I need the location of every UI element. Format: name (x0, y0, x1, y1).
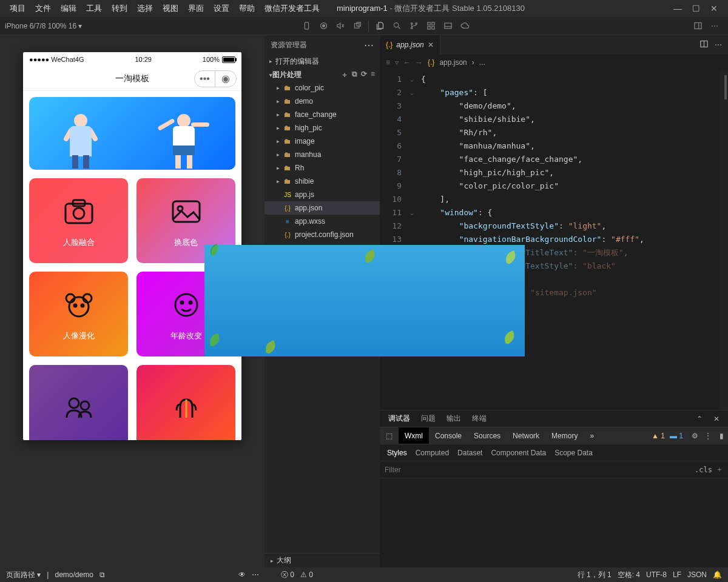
crumb-file[interactable]: app.json (439, 58, 467, 67)
close-panel-icon[interactable]: ✕ (713, 415, 720, 423)
cursor-position[interactable]: 行 1，列 1 (578, 570, 612, 580)
language-mode[interactable]: JSON (687, 570, 707, 579)
menu-view[interactable]: 视图 (158, 3, 183, 14)
menu-edit[interactable]: 编辑 (56, 3, 81, 14)
dbg-tab-output[interactable]: 输出 (447, 413, 461, 424)
outline-section[interactable]: ▸大纲 (265, 553, 380, 567)
computed-tab[interactable]: Computed (416, 449, 449, 457)
dock-icon[interactable]: ▮ (715, 432, 728, 440)
error-count[interactable]: ⓧ 0 (281, 570, 294, 580)
file-app-json[interactable]: {.}app.json (265, 201, 380, 215)
collapse-icon[interactable]: ≡ (371, 70, 375, 80)
nav-fwd-icon[interactable]: → (416, 58, 423, 67)
devtool-wxml[interactable]: Wxml (399, 427, 429, 444)
files-icon[interactable] (371, 20, 388, 32)
menu-wxdev[interactable]: 微信开发者工具 (260, 3, 325, 14)
card-cartoon[interactable]: 人像漫化 (29, 272, 128, 356)
project-root[interactable]: ▾图片处理 ＋⧉⟳≡ (265, 68, 380, 81)
encoding[interactable]: UTF-8 (646, 570, 667, 579)
add-style-icon[interactable]: ＋ (716, 464, 723, 475)
capsule-close-icon[interactable]: ◉ (215, 71, 236, 87)
scope-data-tab[interactable]: Scope Data (554, 449, 593, 457)
menu-tools[interactable]: 工具 (81, 3, 107, 14)
minimap[interactable] (720, 70, 728, 410)
menu-project[interactable]: 项目 (5, 3, 30, 14)
menu-icon[interactable]: ≡ (386, 58, 390, 67)
status-more-icon[interactable]: ⋯ (252, 570, 259, 579)
file-app-js[interactable]: JSapp.js (265, 188, 380, 201)
eol[interactable]: LF (673, 570, 681, 579)
card-5[interactable] (29, 365, 128, 440)
panel-icon[interactable] (439, 20, 456, 32)
menu-ui[interactable]: 界面 (183, 3, 209, 14)
cls-toggle[interactable]: .cls (691, 466, 716, 474)
dbg-tab-terminal[interactable]: 终端 (472, 413, 487, 424)
nav-back-icon[interactable]: ← (403, 58, 411, 67)
hero-banner[interactable] (29, 97, 235, 170)
card-face-merge[interactable]: 人脸融合 (29, 178, 128, 263)
file-project-config-json[interactable]: {.}project.config.json (265, 228, 380, 241)
folder-high_pic[interactable]: ▸🖿high_pic (265, 121, 380, 135)
folder-Rh[interactable]: ▸🖿Rh (265, 161, 380, 175)
style-filter-input[interactable] (385, 466, 691, 474)
devtool-console[interactable]: Console (429, 427, 468, 444)
new-file-icon[interactable]: ＋ (341, 70, 348, 80)
cloud-icon[interactable] (456, 20, 473, 32)
device-selector[interactable]: iPhone 6/7/8 100% 16 ▾ (5, 22, 82, 30)
search-icon[interactable] (388, 20, 405, 32)
devtool-network[interactable]: Network (507, 427, 545, 444)
info-badge[interactable]: ▬ 1 (670, 432, 683, 440)
dbg-tab-problems[interactable]: 问题 (421, 413, 436, 424)
detach-icon[interactable] (349, 20, 366, 32)
gear-icon[interactable]: ⚙ (688, 432, 701, 440)
dbg-tab-debugger[interactable]: 调试器 (388, 413, 410, 424)
menu-file[interactable]: 文件 (30, 3, 56, 14)
devtool-more-icon[interactable]: » (584, 427, 600, 444)
open-editors-section[interactable]: ▸打开的编辑器 (265, 55, 380, 68)
page-path-label[interactable]: 页面路径 ▾ (6, 570, 41, 580)
eye-icon[interactable]: 👁 (238, 570, 246, 579)
tab-app-json[interactable]: {.} app.json ✕ (380, 35, 440, 55)
tab-more-icon[interactable]: ⋯ (715, 41, 722, 49)
layout-icon[interactable] (689, 20, 706, 32)
inspect-icon[interactable]: ⬚ (380, 427, 399, 444)
folder-color_pic[interactable]: ▸🖿color_pic (265, 81, 380, 95)
devtool-memory[interactable]: Memory (545, 427, 584, 444)
window-close[interactable]: ✕ (705, 4, 723, 13)
window-minimize[interactable]: — (669, 4, 687, 13)
explorer-more-icon[interactable]: ⋯ (364, 39, 374, 51)
menu-help[interactable]: 帮助 (234, 3, 260, 14)
dataset-tab[interactable]: Dataset (457, 449, 482, 457)
extension-icon[interactable] (422, 20, 439, 32)
file-app-wxss[interactable]: ≡app.wxss (265, 215, 380, 228)
bookmark-icon[interactable]: ▿ (395, 58, 399, 67)
crumb-rest[interactable]: ... (479, 58, 485, 67)
close-tab-icon[interactable]: ✕ (428, 41, 434, 49)
page-path[interactable]: demo/demo (55, 570, 93, 579)
vdots-icon[interactable]: ⋮ (701, 432, 715, 440)
new-folder-icon[interactable]: ⧉ (352, 70, 357, 80)
phone-icon[interactable] (298, 20, 315, 32)
menu-settings[interactable]: 设置 (209, 3, 234, 14)
mute-icon[interactable] (332, 20, 349, 32)
card-6[interactable] (136, 365, 235, 440)
component-data-tab[interactable]: Component Data (491, 449, 546, 457)
record-icon[interactable] (315, 20, 332, 32)
chevron-up-icon[interactable]: ⌃ (696, 415, 703, 423)
folder-face_change[interactable]: ▸🖿face_change (265, 108, 380, 121)
branch-icon[interactable] (405, 20, 422, 32)
devtool-sources[interactable]: Sources (468, 427, 507, 444)
styles-tab[interactable]: Styles (387, 449, 407, 457)
indent-info[interactable]: 空格: 4 (618, 570, 640, 580)
folder-demo[interactable]: ▸🖿demo (265, 95, 380, 108)
split-editor-icon[interactable] (699, 39, 709, 50)
folder-shibie[interactable]: ▸🖿shibie (265, 175, 380, 188)
warning-count[interactable]: ⚠ 0 (300, 570, 313, 579)
capsule-menu-icon[interactable]: ••• (195, 71, 215, 87)
warn-badge[interactable]: ▲ 1 (652, 432, 665, 440)
menu-goto[interactable]: 转到 (107, 3, 132, 14)
bell-icon[interactable]: 🔔 (713, 570, 722, 579)
refresh-icon[interactable]: ⟳ (361, 70, 367, 80)
folder-image[interactable]: ▸🖿image (265, 135, 380, 148)
window-maximize[interactable]: ☐ (687, 4, 705, 13)
